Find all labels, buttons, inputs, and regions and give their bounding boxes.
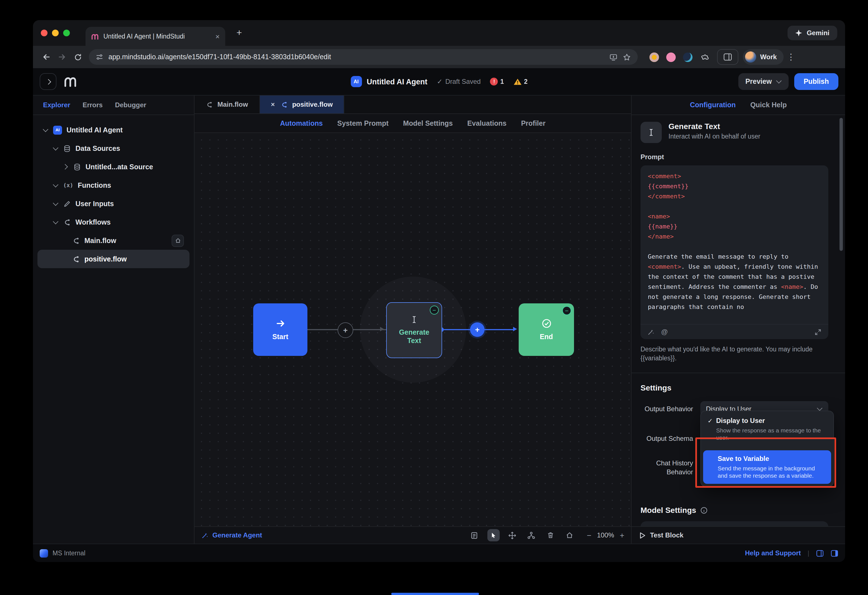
workspace-logo-icon	[40, 549, 48, 557]
zoom-controls: − 100% +	[587, 531, 624, 540]
gemini-badge[interactable]: Gemini	[788, 26, 837, 40]
generate-agent-button[interactable]: Generate Agent	[201, 531, 262, 539]
trash-icon[interactable]	[545, 529, 557, 541]
home-view-icon[interactable]	[563, 529, 576, 541]
site-settings-icon[interactable]	[96, 53, 103, 61]
chevron-down-icon[interactable]	[52, 145, 59, 152]
tree-item-positive-flow[interactable]: positive.flow	[37, 250, 189, 268]
prompt-code[interactable]: <comment> {{comment}} </comment> <name> …	[641, 165, 828, 324]
error-icon: !	[490, 78, 498, 85]
ai-improve-icon[interactable]	[647, 328, 654, 336]
pan-tool-icon[interactable]	[506, 529, 519, 541]
tree-item-user-inputs[interactable]: User Inputs	[37, 194, 189, 213]
sidebar-tab-debugger[interactable]: Debugger	[115, 101, 146, 109]
model-card[interactable]: Claude Sonnet 4.5	[641, 521, 828, 526]
draft-status: ✓ Draft Saved	[437, 78, 481, 85]
maximize-window-button[interactable]	[63, 29, 70, 36]
tree-item-main-flow[interactable]: Main.flow	[37, 231, 189, 250]
tree-item-workflows[interactable]: Workflows	[37, 213, 189, 231]
flow-tab-main[interactable]: Main.flow	[195, 96, 260, 113]
panel-scrollbar[interactable]	[840, 118, 843, 251]
chevron-down-icon[interactable]	[52, 182, 59, 189]
extensions-puzzle-icon[interactable]	[698, 50, 711, 64]
extension-b-icon[interactable]	[664, 50, 678, 64]
dock-indicator	[391, 593, 479, 595]
chevron-down-icon[interactable]	[42, 127, 49, 133]
add-node-button[interactable]: +	[338, 323, 353, 338]
back-icon[interactable]	[38, 49, 54, 65]
bookmark-star-icon[interactable]	[623, 53, 631, 61]
toggle-right-panel-icon[interactable]	[831, 549, 838, 557]
magic-wand-icon	[201, 532, 208, 539]
sitemap-tool-icon[interactable]	[526, 529, 538, 541]
tab-profiler[interactable]: Profiler	[521, 119, 546, 127]
error-indicator[interactable]: ! 1	[490, 78, 504, 85]
sidebar-tab-explorer[interactable]: Explorer	[43, 101, 70, 109]
preview-button[interactable]: Preview	[738, 73, 789, 90]
tab-model-settings[interactable]: Model Settings	[403, 119, 453, 127]
install-app-icon[interactable]	[609, 53, 618, 61]
node-generate-text[interactable]: − Generate Text	[386, 302, 442, 358]
prompt-editor[interactable]: <comment> {{comment}} </comment> <name> …	[641, 165, 828, 339]
close-tab-icon[interactable]: ×	[271, 100, 275, 108]
browser-menu-icon[interactable]: ⋮	[787, 52, 795, 62]
extension-a-icon[interactable]	[647, 50, 661, 64]
zoom-level[interactable]: 100%	[597, 531, 614, 539]
flow-icon	[72, 255, 80, 263]
add-node-button[interactable]: +	[470, 323, 484, 337]
warning-indicator[interactable]: 2	[513, 78, 528, 85]
test-block-bar[interactable]: Test Block	[632, 526, 845, 543]
sidebar-tab-errors[interactable]: Errors	[83, 101, 103, 109]
forward-icon[interactable]	[54, 49, 70, 65]
mindstudio-logo-icon[interactable]	[63, 75, 78, 88]
tree-item-agent-root[interactable]: AI Untitled AI Agent	[37, 121, 189, 139]
browser-tab[interactable]: Untitled AI Agent | MindStudi ×	[86, 27, 225, 46]
flow-canvas[interactable]: + + Start − Generate Text	[195, 133, 631, 526]
arrow-right-icon	[275, 318, 285, 328]
select-tool-icon[interactable]	[487, 529, 500, 541]
tab-configuration[interactable]: Configuration	[690, 101, 736, 109]
zoom-out-button[interactable]: −	[587, 531, 591, 540]
publish-button[interactable]: Publish	[794, 73, 838, 90]
flow-tab-positive[interactable]: × positive.flow	[260, 96, 344, 113]
app-back-button[interactable]	[40, 73, 56, 90]
avatar	[745, 52, 756, 63]
tab-automations[interactable]: Automations	[280, 119, 323, 127]
node-start[interactable]: Start	[253, 303, 307, 356]
node-end[interactable]: − End	[519, 303, 574, 356]
minimize-window-button[interactable]	[52, 29, 59, 36]
toggle-left-panel-icon[interactable]	[816, 549, 824, 557]
chevron-right-icon[interactable]	[62, 163, 69, 170]
notes-tool-icon[interactable]	[468, 529, 481, 541]
reload-icon[interactable]	[70, 49, 86, 65]
chevron-down-icon[interactable]	[52, 219, 59, 225]
test-block-label: Test Block	[650, 531, 683, 539]
collapse-node-icon[interactable]: −	[562, 306, 571, 315]
collapse-node-icon[interactable]: −	[430, 306, 439, 315]
prompt-hint: Describe what you'd like the AI to gener…	[641, 345, 828, 362]
url-text[interactable]: app.mindstudio.ai/agents/e150df71-10f1-4…	[108, 53, 604, 61]
tree-item-data-sources[interactable]: Data Sources	[37, 139, 189, 158]
agent-title[interactable]: Untitled AI Agent	[367, 77, 427, 86]
chevron-down-icon[interactable]	[52, 200, 59, 207]
mention-variable-icon[interactable]: @	[661, 328, 668, 336]
extension-c-icon[interactable]	[681, 50, 694, 64]
info-icon[interactable]	[700, 507, 707, 514]
profile-chip[interactable]: Work	[743, 49, 784, 65]
zoom-in-button[interactable]: +	[620, 531, 624, 540]
functions-icon: (x)	[63, 182, 73, 188]
tree-item-functions[interactable]: (x) Functions	[37, 176, 189, 194]
tab-quick-help[interactable]: Quick Help	[750, 101, 787, 109]
tab-close-icon[interactable]: ×	[216, 33, 220, 40]
close-window-button[interactable]	[41, 29, 47, 36]
chat-history-label: Chat History Behavior	[641, 455, 693, 477]
address-bar[interactable]: app.mindstudio.ai/agents/e150df71-10f1-4…	[89, 49, 638, 65]
tab-evaluations[interactable]: Evaluations	[467, 119, 506, 127]
tree-item-data-source-child[interactable]: Untitled...ata Source	[37, 158, 189, 176]
help-and-support-link[interactable]: Help and Support	[745, 549, 801, 557]
tab-system-prompt[interactable]: System Prompt	[337, 119, 388, 127]
side-panel-icon[interactable]	[717, 49, 738, 65]
mindstudio-favicon-icon	[91, 33, 99, 40]
expand-editor-icon[interactable]	[814, 328, 822, 336]
new-tab-button[interactable]: +	[232, 26, 247, 40]
